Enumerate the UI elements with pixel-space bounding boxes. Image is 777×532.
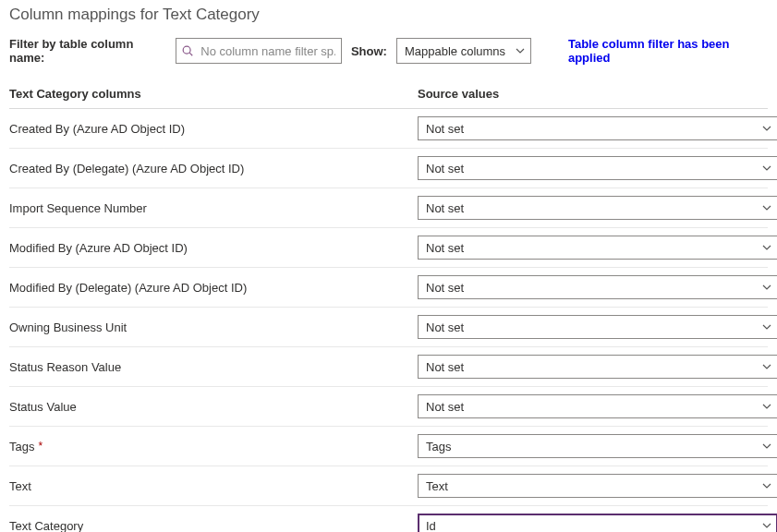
table-row: Modified By (Azure AD Object ID) Not set: [9, 228, 768, 268]
filter-applied-notice: Table column filter has been applied: [568, 37, 768, 65]
table-row: Created By (Azure AD Object ID) Not set: [9, 109, 768, 149]
column-name-cell: Tags *: [9, 440, 418, 453]
source-select-wrap: Not set: [418, 355, 777, 379]
source-select-value: Not set: [426, 400, 464, 414]
column-name-cell: Created By (Delegate) (Azure AD Object I…: [9, 162, 418, 175]
source-select-wrap: Not set: [418, 315, 777, 339]
column-name-text: Tags: [9, 440, 34, 453]
grid-header-row: Text Category columns Source values: [9, 81, 768, 109]
source-select-value: Not set: [426, 201, 464, 215]
table-row: Modified By (Delegate) (Azure AD Object …: [9, 268, 768, 308]
source-select-value: Tags: [426, 440, 451, 453]
svg-point-0: [183, 46, 190, 54]
filter-bar: Filter by table column name: Show: Mappa…: [9, 37, 768, 65]
chevron-down-icon: [762, 205, 771, 211]
column-name-text: Owning Business Unit: [9, 320, 127, 334]
page-title: Column mappings for Text Category: [9, 6, 768, 24]
column-name-text: Text Category: [9, 519, 83, 533]
chevron-down-icon: [762, 324, 771, 330]
column-header-name: Text Category columns: [9, 87, 418, 101]
chevron-down-icon: [762, 483, 771, 489]
source-select-value: Not set: [426, 281, 464, 295]
column-name-cell: Modified By (Azure AD Object ID): [9, 241, 418, 255]
show-select[interactable]: Mappable columns: [396, 38, 531, 64]
table-row: Text Category Id: [9, 506, 768, 532]
source-select[interactable]: Not set: [418, 116, 777, 140]
column-name-cell: Import Sequence Number: [9, 201, 418, 215]
source-select-wrap: Text: [418, 474, 777, 498]
source-select[interactable]: Not set: [418, 196, 777, 220]
source-select[interactable]: Not set: [418, 275, 777, 299]
column-name-cell: Modified By (Delegate) (Azure AD Object …: [9, 281, 418, 295]
source-select-wrap: Not set: [418, 156, 777, 180]
column-name-text: Created By (Delegate) (Azure AD Object I…: [9, 162, 244, 175]
chevron-down-icon: [762, 165, 771, 171]
column-name-cell: Status Reason Value: [9, 360, 418, 374]
search-icon: [181, 44, 194, 57]
chevron-down-icon: [762, 404, 771, 409]
chevron-down-icon: [516, 48, 525, 54]
source-select[interactable]: Not set: [418, 156, 777, 180]
show-label: Show:: [351, 44, 387, 58]
source-select-wrap: Not set: [418, 116, 777, 140]
table-row: Owning Business Unit Not set: [9, 308, 768, 347]
filter-input-wrap: [176, 38, 342, 64]
chevron-down-icon: [762, 364, 771, 369]
source-select[interactable]: Tags: [418, 434, 777, 458]
chevron-down-icon: [762, 284, 771, 290]
column-name-cell: Owning Business Unit: [9, 320, 418, 334]
column-name-cell: Text Category: [9, 519, 418, 533]
column-name-text: Modified By (Azure AD Object ID): [9, 241, 188, 255]
column-name-cell: Created By (Azure AD Object ID): [9, 122, 418, 136]
source-select-value: Not set: [426, 360, 464, 374]
filter-input[interactable]: [176, 38, 342, 64]
column-header-source: Source values: [418, 87, 768, 101]
source-select[interactable]: Not set: [418, 236, 777, 260]
mapping-grid: Text Category columns Source values Crea…: [9, 81, 768, 532]
column-name-text: Modified By (Delegate) (Azure AD Object …: [9, 281, 247, 295]
source-select-value: Not set: [426, 162, 464, 175]
show-select-value: Mappable columns: [405, 44, 505, 58]
chevron-down-icon: [762, 523, 771, 528]
source-select[interactable]: Not set: [418, 355, 777, 379]
source-select-wrap: Not set: [418, 196, 777, 220]
source-select-wrap: Not set: [418, 236, 777, 260]
chevron-down-icon: [762, 245, 771, 250]
source-select[interactable]: Not set: [418, 315, 777, 339]
column-name-text: Status Value: [9, 400, 77, 414]
table-row: Tags * Tags: [9, 427, 768, 466]
svg-line-1: [189, 53, 192, 55]
source-select-value: Text: [426, 479, 448, 493]
table-row: Status Reason Value Not set: [9, 347, 768, 387]
column-name-text: Text: [9, 479, 31, 493]
source-select[interactable]: Id: [418, 514, 777, 532]
table-row: Created By (Delegate) (Azure AD Object I…: [9, 149, 768, 188]
column-name-text: Status Reason Value: [9, 360, 121, 374]
column-name-cell: Status Value: [9, 400, 418, 414]
table-row: Status Value Not set: [9, 387, 768, 427]
chevron-down-icon: [762, 126, 771, 131]
source-select-value: Not set: [426, 320, 464, 334]
table-row: Text Text: [9, 466, 768, 506]
column-name-cell: Text: [9, 479, 418, 493]
source-select-wrap: Not set: [418, 394, 777, 418]
source-select-wrap: Id: [418, 514, 777, 532]
source-select-value: Not set: [426, 241, 464, 255]
table-row: Import Sequence Number Not set: [9, 188, 768, 228]
source-select-wrap: Not set: [418, 275, 777, 299]
source-select-wrap: Tags: [418, 434, 777, 458]
source-select-value: Not set: [426, 122, 464, 136]
source-select[interactable]: Text: [418, 474, 777, 498]
source-select-value: Id: [426, 519, 436, 533]
column-name-text: Created By (Azure AD Object ID): [9, 122, 185, 136]
column-name-text: Import Sequence Number: [9, 201, 147, 215]
filter-label: Filter by table column name:: [9, 37, 166, 65]
source-select[interactable]: Not set: [418, 394, 777, 418]
chevron-down-icon: [762, 443, 771, 449]
required-star-icon: *: [38, 440, 42, 453]
